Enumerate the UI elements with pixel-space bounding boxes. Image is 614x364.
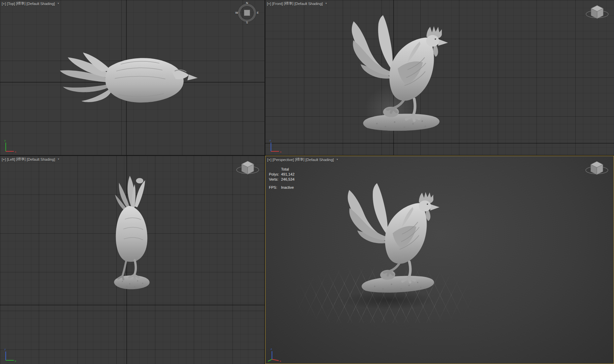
viewport-left[interactable]: [+] [Left] [標準] [Default Shading] ▼ z y <box>0 156 265 364</box>
viewport-menu-view[interactable]: [Front] <box>272 2 283 6</box>
rooster-model-top-view[interactable] <box>47 47 209 115</box>
stats-total-label: Total <box>281 167 289 172</box>
viewport-options-arrow-icon[interactable]: ▼ <box>57 158 60 161</box>
rooster-model-left-view[interactable] <box>98 170 167 293</box>
viewport-menu-plus[interactable]: [+] <box>267 158 272 162</box>
viewport-menu-view[interactable]: [Left] <box>7 157 15 161</box>
axis-tripod: z y <box>2 346 19 363</box>
tripod-y-label: y <box>4 139 6 142</box>
grid-axis-horizontal <box>0 305 265 305</box>
viewport-menu-shading[interactable]: [Default Shading] <box>305 158 334 162</box>
axis-tripod: z x <box>267 346 284 363</box>
stats-fps-value: Inactive <box>281 185 294 190</box>
viewport-label: [+] [Left] [標準] [Default Shading] ▼ <box>2 157 60 162</box>
rooster-model-perspective-view[interactable] <box>327 174 460 312</box>
viewport-menu-view[interactable]: [Perspective] <box>273 158 294 162</box>
viewport-menu-style[interactable]: [標準] <box>284 1 293 6</box>
tripod-z-label: z <box>270 139 271 142</box>
viewport-options-arrow-icon[interactable]: ▼ <box>57 2 60 5</box>
stats-fps-label: FPS: <box>269 185 281 190</box>
viewport-menu-plus[interactable]: [+] <box>2 157 6 161</box>
viewport-menu-shading[interactable]: [Default Shading] <box>294 2 323 6</box>
viewcube[interactable] <box>585 159 609 178</box>
viewport-perspective-active[interactable]: [+] [Perspective] [標準] [Default Shading]… <box>265 156 614 364</box>
tripod-x-label: x <box>15 150 16 153</box>
axis-tripod: y x <box>2 137 19 154</box>
stats-polys-label: Polys: <box>269 172 281 177</box>
viewport-front[interactable]: [+] [Front] [標準] [Default Shading] ▼ z x <box>265 0 614 155</box>
viewport-options-arrow-icon[interactable]: ▼ <box>325 2 328 5</box>
viewport-menu-shading[interactable]: [Default Shading] <box>27 2 55 6</box>
viewport-menu-style[interactable]: [標準] <box>295 157 304 162</box>
tripod-z-label: z <box>271 347 272 351</box>
tripod-x-label: x <box>280 360 281 363</box>
stats-verts-value: 246,534 <box>281 177 295 182</box>
tripod-z-label: z <box>4 348 6 351</box>
viewport-menu-style[interactable]: [標準] <box>16 157 26 162</box>
tripod-x-label: x <box>280 150 281 153</box>
compass-south-label[interactable]: S <box>246 21 248 24</box>
viewport-label: [+] [Top] [標準] [Default Shading] ▼ <box>2 1 60 6</box>
viewport-menu-shading[interactable]: [Default Shading] <box>27 157 55 161</box>
statistics-overlay: Total Polys:491,142 Verts:246,534 FPS:In… <box>269 167 295 190</box>
stats-polys-value: 491,142 <box>281 172 295 177</box>
viewcube[interactable] <box>236 158 260 178</box>
compass-east-label[interactable]: E <box>257 11 259 14</box>
viewport-menu-plus[interactable]: [+] <box>267 2 271 6</box>
viewport-label: [+] [Perspective] [標準] [Default Shading]… <box>267 157 339 162</box>
viewport-menu-plus[interactable]: [+] <box>2 2 6 6</box>
viewport-menu-style[interactable]: [標準] <box>16 1 25 6</box>
compass-west-label[interactable]: W <box>235 11 238 14</box>
rooster-model-front-view[interactable] <box>331 8 466 149</box>
tripod-y-label: y <box>15 359 16 362</box>
viewport-label: [+] [Front] [標準] [Default Shading] ▼ <box>267 1 328 6</box>
viewport-top[interactable]: [+] [Top] [標準] [Default Shading] ▼ N S W… <box>0 0 265 155</box>
viewport-menu-view[interactable]: [Top] <box>7 2 15 6</box>
viewcube-top-face-icon[interactable] <box>244 10 250 16</box>
viewport-grid: [+] [Top] [標準] [Default Shading] ▼ N S W… <box>0 0 614 364</box>
viewcube[interactable] <box>585 3 609 22</box>
viewcube-compass[interactable]: N S W E <box>236 2 258 24</box>
stats-verts-label: Verts: <box>269 177 281 182</box>
compass-north-label[interactable]: N <box>246 1 248 5</box>
viewport-options-arrow-icon[interactable]: ▼ <box>336 158 339 161</box>
axis-tripod: z x <box>267 137 284 154</box>
